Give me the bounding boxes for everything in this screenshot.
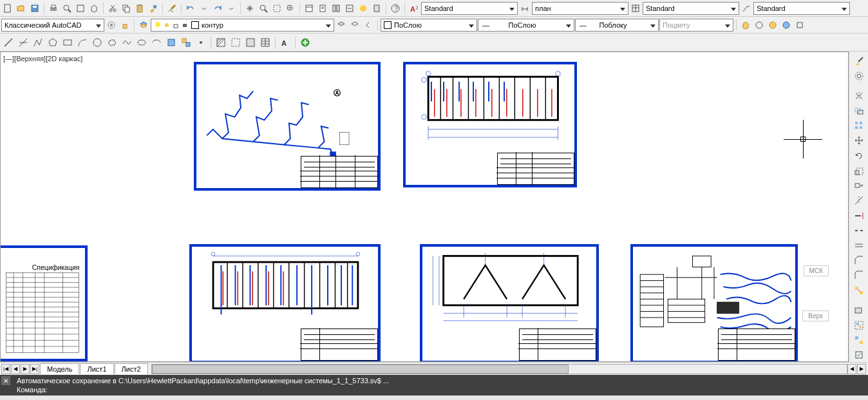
- rectangle-icon[interactable]: [61, 35, 75, 50]
- insert-block-icon[interactable]: [164, 35, 178, 50]
- layer-iso-icon[interactable]: [348, 19, 361, 32]
- pan-icon[interactable]: [243, 2, 256, 15]
- ellipse-icon[interactable]: [135, 35, 149, 50]
- hatch-icon[interactable]: [214, 35, 228, 50]
- mleader-style-icon[interactable]: [740, 2, 753, 15]
- lineweight-combo[interactable]: — Поблоку: [575, 19, 659, 32]
- cut-icon[interactable]: [106, 2, 119, 15]
- offset-icon[interactable]: [852, 104, 866, 117]
- add-selected-icon[interactable]: [298, 35, 312, 50]
- render-icon[interactable]: [357, 2, 370, 15]
- fillet-icon[interactable]: [852, 269, 866, 282]
- cmd-close-icon[interactable]: ✕: [1, 376, 10, 385]
- layer-state-icon[interactable]: [335, 19, 348, 32]
- view-top-label[interactable]: Верх: [802, 310, 829, 321]
- stretch-icon[interactable]: [852, 179, 866, 193]
- viewport-label[interactable]: [—][Верхняя][2D каркас]: [3, 55, 82, 62]
- select-similar-icon[interactable]: [852, 348, 866, 362]
- mirror-icon[interactable]: [852, 89, 866, 102]
- layer-combo[interactable]: контур: [151, 19, 334, 32]
- explode-icon[interactable]: [852, 283, 866, 297]
- tab-sheet1[interactable]: Лист1: [80, 363, 113, 374]
- layout4-icon[interactable]: [793, 19, 806, 32]
- scroll-left-icon[interactable]: ◀: [847, 364, 856, 374]
- tab-nav-last[interactable]: ▶|: [30, 364, 39, 374]
- arc-icon[interactable]: [75, 35, 90, 50]
- preview-icon[interactable]: [61, 2, 73, 15]
- print-icon[interactable]: [47, 2, 60, 15]
- copy-icon[interactable]: [120, 2, 133, 15]
- layout1-icon[interactable]: [753, 19, 766, 32]
- color-combo[interactable]: ПоСлою: [381, 19, 477, 32]
- gradient-icon[interactable]: [229, 35, 243, 50]
- model-icon[interactable]: [739, 19, 752, 32]
- quickcalc-icon[interactable]: [370, 2, 383, 15]
- sheet-set-icon[interactable]: [316, 2, 329, 15]
- plotstyle-combo[interactable]: Поцвету: [659, 19, 733, 32]
- copy-properties-icon[interactable]: [852, 303, 866, 317]
- brush-icon[interactable]: [165, 2, 178, 15]
- join-icon[interactable]: [852, 238, 866, 252]
- drawing-canvas[interactable]: [—][Верхняя][2D каркас] Ⓐ: [0, 52, 849, 362]
- ungroup-icon[interactable]: [852, 333, 866, 347]
- tab-sheet2[interactable]: Лист2: [115, 363, 148, 374]
- mleader-style-combo[interactable]: Standard: [753, 2, 850, 15]
- point-icon[interactable]: [194, 35, 208, 50]
- scale-icon[interactable]: [852, 164, 866, 177]
- group-icon[interactable]: [852, 318, 866, 332]
- chamfer-icon[interactable]: [852, 254, 866, 267]
- zoom-window-icon[interactable]: [270, 2, 283, 15]
- tab-nav-prev[interactable]: ◀: [11, 364, 20, 374]
- construction-line-icon[interactable]: [16, 35, 30, 50]
- open-icon[interactable]: [15, 2, 28, 15]
- tab-model[interactable]: Модель: [40, 363, 79, 374]
- circle-icon[interactable]: [90, 35, 104, 50]
- text-style-combo[interactable]: Standard: [421, 2, 518, 15]
- region-icon[interactable]: [243, 35, 258, 50]
- move-icon[interactable]: [852, 134, 866, 148]
- workspace-lock-icon[interactable]: [118, 19, 131, 32]
- tab-nav-first[interactable]: |◀: [1, 364, 10, 374]
- brush-tool-icon[interactable]: [852, 54, 866, 68]
- trim-icon[interactable]: [852, 194, 866, 207]
- polygon-icon[interactable]: [46, 35, 60, 50]
- text-style-icon[interactable]: A: [408, 2, 420, 15]
- tab-nav-next[interactable]: ▶: [21, 364, 30, 374]
- layout2-icon[interactable]: [766, 19, 779, 32]
- settings-gear-icon[interactable]: [852, 69, 866, 82]
- scroll-thumb[interactable]: [152, 365, 569, 374]
- undo-icon[interactable]: [184, 2, 197, 15]
- table-style-icon[interactable]: [629, 2, 642, 15]
- workspace-combo[interactable]: Классический AutoCAD: [1, 19, 104, 32]
- redo-dropdown-icon[interactable]: [225, 2, 238, 15]
- paste-icon[interactable]: [133, 2, 146, 15]
- spline-icon[interactable]: [120, 35, 134, 50]
- scroll-right-icon[interactable]: ▶: [857, 364, 866, 374]
- layer-manager-icon[interactable]: [137, 19, 150, 32]
- ellipse-arc-icon[interactable]: [149, 35, 164, 50]
- mtext-icon[interactable]: A: [278, 35, 292, 50]
- redo-icon[interactable]: [211, 2, 224, 15]
- mck-label[interactable]: МСК: [804, 265, 829, 276]
- make-block-icon[interactable]: [179, 35, 193, 50]
- calc-icon[interactable]: [343, 2, 356, 15]
- properties-icon[interactable]: [303, 2, 316, 15]
- polyline-icon[interactable]: [31, 35, 45, 50]
- new-icon[interactable]: [1, 2, 14, 15]
- workspace-settings-icon[interactable]: [105, 19, 118, 32]
- layer-prev-icon[interactable]: [362, 19, 375, 32]
- line-icon[interactable]: [1, 35, 15, 50]
- table-style-combo[interactable]: Standard: [643, 2, 739, 15]
- zoom-icon[interactable]: [257, 2, 270, 15]
- zoom-prev-icon[interactable]: [284, 2, 297, 15]
- command-line[interactable]: ✕ Автоматическое сохранение в C:\Users\H…: [0, 375, 868, 395]
- undo-dropdown-icon[interactable]: [198, 2, 211, 15]
- save-icon[interactable]: [28, 2, 41, 15]
- array-icon[interactable]: [852, 119, 866, 133]
- publish-icon[interactable]: [74, 2, 87, 15]
- extend-icon[interactable]: [852, 209, 866, 222]
- rotate-icon[interactable]: [852, 149, 866, 162]
- dim-style-icon[interactable]: [518, 2, 531, 15]
- horizontal-scrollbar[interactable]: [151, 364, 847, 374]
- help-icon[interactable]: ?: [389, 2, 402, 15]
